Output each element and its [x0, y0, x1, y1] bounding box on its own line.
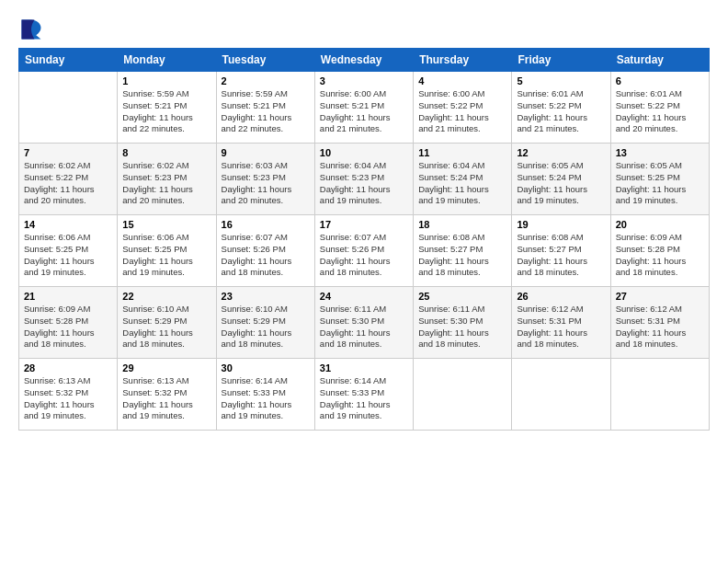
day-number: 21 — [24, 291, 112, 302]
day-detail: Sunrise: 5:59 AM Sunset: 5:21 PM Dayligh… — [222, 88, 310, 135]
day-detail: Sunrise: 6:03 AM Sunset: 5:23 PM Dayligh… — [222, 160, 310, 207]
day-cell: 5Sunrise: 6:01 AM Sunset: 5:22 PM Daylig… — [512, 72, 610, 144]
day-cell: 25Sunrise: 6:11 AM Sunset: 5:30 PM Dayli… — [414, 287, 512, 359]
day-number: 9 — [222, 147, 310, 158]
day-detail: Sunrise: 6:09 AM Sunset: 5:28 PM Dayligh… — [616, 232, 704, 279]
day-detail: Sunrise: 6:10 AM Sunset: 5:29 PM Dayligh… — [222, 304, 310, 350]
day-number: 30 — [222, 362, 310, 373]
calendar-table: SundayMondayTuesdayWednesdayThursdayFrid… — [18, 48, 710, 431]
day-detail: Sunrise: 6:14 AM Sunset: 5:33 PM Dayligh… — [320, 375, 408, 422]
day-detail: Sunrise: 6:02 AM Sunset: 5:22 PM Dayligh… — [24, 160, 112, 207]
day-cell: 10Sunrise: 6:04 AM Sunset: 5:23 PM Dayli… — [314, 144, 413, 215]
day-number: 28 — [24, 362, 112, 373]
day-cell: 9Sunrise: 6:03 AM Sunset: 5:23 PM Daylig… — [216, 144, 314, 215]
day-number: 19 — [517, 219, 605, 230]
day-detail: Sunrise: 6:10 AM Sunset: 5:29 PM Dayligh… — [122, 304, 210, 350]
day-cell: 13Sunrise: 6:05 AM Sunset: 5:25 PM Dayli… — [610, 144, 709, 215]
day-cell: 7Sunrise: 6:02 AM Sunset: 5:22 PM Daylig… — [19, 144, 118, 215]
week-row-1: 1Sunrise: 5:59 AM Sunset: 5:21 PM Daylig… — [19, 72, 710, 144]
day-number: 11 — [418, 147, 506, 158]
day-number: 17 — [320, 219, 408, 230]
header-cell-monday: Monday — [118, 49, 216, 72]
day-detail: Sunrise: 6:14 AM Sunset: 5:33 PM Dayligh… — [222, 375, 310, 422]
day-number: 10 — [320, 147, 408, 158]
day-number: 31 — [320, 362, 408, 373]
day-cell: 28Sunrise: 6:13 AM Sunset: 5:32 PM Dayli… — [19, 359, 118, 431]
day-number: 3 — [320, 75, 408, 86]
header-cell-sunday: Sunday — [19, 49, 118, 72]
day-detail: Sunrise: 6:05 AM Sunset: 5:25 PM Dayligh… — [616, 160, 704, 207]
day-number: 8 — [122, 147, 210, 158]
day-number: 15 — [122, 219, 210, 230]
day-cell — [19, 72, 118, 144]
header — [18, 17, 710, 42]
day-number: 26 — [517, 291, 605, 302]
day-detail: Sunrise: 6:04 AM Sunset: 5:23 PM Dayligh… — [320, 160, 408, 207]
week-row-3: 14Sunrise: 6:06 AM Sunset: 5:25 PM Dayli… — [19, 215, 710, 287]
day-detail: Sunrise: 6:06 AM Sunset: 5:25 PM Dayligh… — [24, 232, 112, 279]
calendar-header: SundayMondayTuesdayWednesdayThursdayFrid… — [19, 49, 710, 72]
day-cell: 30Sunrise: 6:14 AM Sunset: 5:33 PM Dayli… — [216, 359, 314, 431]
day-cell: 19Sunrise: 6:08 AM Sunset: 5:27 PM Dayli… — [512, 215, 610, 287]
header-cell-tuesday: Tuesday — [216, 49, 314, 72]
day-cell: 18Sunrise: 6:08 AM Sunset: 5:27 PM Dayli… — [414, 215, 512, 287]
day-detail: Sunrise: 6:05 AM Sunset: 5:24 PM Dayligh… — [517, 160, 605, 207]
day-cell: 20Sunrise: 6:09 AM Sunset: 5:28 PM Dayli… — [610, 215, 709, 287]
header-row: SundayMondayTuesdayWednesdayThursdayFrid… — [19, 49, 710, 72]
day-number: 18 — [418, 219, 506, 230]
day-cell: 1Sunrise: 5:59 AM Sunset: 5:21 PM Daylig… — [118, 72, 216, 144]
day-number: 29 — [122, 362, 210, 373]
day-number: 4 — [418, 75, 506, 86]
day-detail: Sunrise: 6:13 AM Sunset: 5:32 PM Dayligh… — [24, 375, 112, 422]
day-cell: 15Sunrise: 6:06 AM Sunset: 5:25 PM Dayli… — [118, 215, 216, 287]
day-detail: Sunrise: 6:00 AM Sunset: 5:22 PM Dayligh… — [418, 88, 506, 135]
day-number: 1 — [122, 75, 210, 86]
day-number: 22 — [122, 291, 210, 302]
day-cell: 26Sunrise: 6:12 AM Sunset: 5:31 PM Dayli… — [512, 287, 610, 359]
day-cell: 24Sunrise: 6:11 AM Sunset: 5:30 PM Dayli… — [314, 287, 413, 359]
day-number: 6 — [616, 75, 704, 86]
page: SundayMondayTuesdayWednesdayThursdayFrid… — [0, 0, 728, 563]
day-detail: Sunrise: 6:08 AM Sunset: 5:27 PM Dayligh… — [418, 232, 506, 279]
calendar-body: 1Sunrise: 5:59 AM Sunset: 5:21 PM Daylig… — [19, 72, 710, 431]
day-detail: Sunrise: 5:59 AM Sunset: 5:21 PM Dayligh… — [122, 88, 210, 135]
day-cell — [610, 359, 709, 431]
day-detail: Sunrise: 6:00 AM Sunset: 5:21 PM Dayligh… — [320, 88, 408, 135]
day-detail: Sunrise: 6:11 AM Sunset: 5:30 PM Dayligh… — [320, 304, 408, 350]
day-cell: 3Sunrise: 6:00 AM Sunset: 5:21 PM Daylig… — [314, 72, 413, 144]
day-detail: Sunrise: 6:08 AM Sunset: 5:27 PM Dayligh… — [517, 232, 605, 279]
day-number: 7 — [24, 147, 112, 158]
day-cell: 27Sunrise: 6:12 AM Sunset: 5:31 PM Dayli… — [610, 287, 709, 359]
day-number: 20 — [616, 219, 704, 230]
day-detail: Sunrise: 6:11 AM Sunset: 5:30 PM Dayligh… — [418, 304, 506, 350]
day-detail: Sunrise: 6:12 AM Sunset: 5:31 PM Dayligh… — [616, 304, 704, 350]
day-cell: 31Sunrise: 6:14 AM Sunset: 5:33 PM Dayli… — [314, 359, 413, 431]
day-cell: 2Sunrise: 5:59 AM Sunset: 5:21 PM Daylig… — [216, 72, 314, 144]
week-row-5: 28Sunrise: 6:13 AM Sunset: 5:32 PM Dayli… — [19, 359, 710, 431]
header-cell-thursday: Thursday — [414, 49, 512, 72]
day-number: 13 — [616, 147, 704, 158]
day-cell: 22Sunrise: 6:10 AM Sunset: 5:29 PM Dayli… — [118, 287, 216, 359]
day-cell — [414, 359, 512, 431]
day-cell: 11Sunrise: 6:04 AM Sunset: 5:24 PM Dayli… — [414, 144, 512, 215]
header-cell-saturday: Saturday — [610, 49, 709, 72]
day-cell: 14Sunrise: 6:06 AM Sunset: 5:25 PM Dayli… — [19, 215, 118, 287]
day-detail: Sunrise: 6:09 AM Sunset: 5:28 PM Dayligh… — [24, 304, 112, 350]
day-detail: Sunrise: 6:01 AM Sunset: 5:22 PM Dayligh… — [517, 88, 605, 135]
logo-icon — [18, 17, 44, 42]
day-detail: Sunrise: 6:04 AM Sunset: 5:24 PM Dayligh… — [418, 160, 506, 207]
day-cell: 4Sunrise: 6:00 AM Sunset: 5:22 PM Daylig… — [414, 72, 512, 144]
day-number: 23 — [222, 291, 310, 302]
day-detail: Sunrise: 6:07 AM Sunset: 5:26 PM Dayligh… — [222, 232, 310, 279]
day-number: 25 — [418, 291, 506, 302]
day-detail: Sunrise: 6:12 AM Sunset: 5:31 PM Dayligh… — [517, 304, 605, 350]
day-cell: 29Sunrise: 6:13 AM Sunset: 5:32 PM Dayli… — [118, 359, 216, 431]
day-detail: Sunrise: 6:02 AM Sunset: 5:23 PM Dayligh… — [122, 160, 210, 207]
day-number: 27 — [616, 291, 704, 302]
day-cell — [512, 359, 610, 431]
day-cell: 16Sunrise: 6:07 AM Sunset: 5:26 PM Dayli… — [216, 215, 314, 287]
header-cell-wednesday: Wednesday — [314, 49, 413, 72]
week-row-4: 21Sunrise: 6:09 AM Sunset: 5:28 PM Dayli… — [19, 287, 710, 359]
header-cell-friday: Friday — [512, 49, 610, 72]
day-detail: Sunrise: 6:01 AM Sunset: 5:22 PM Dayligh… — [616, 88, 704, 135]
